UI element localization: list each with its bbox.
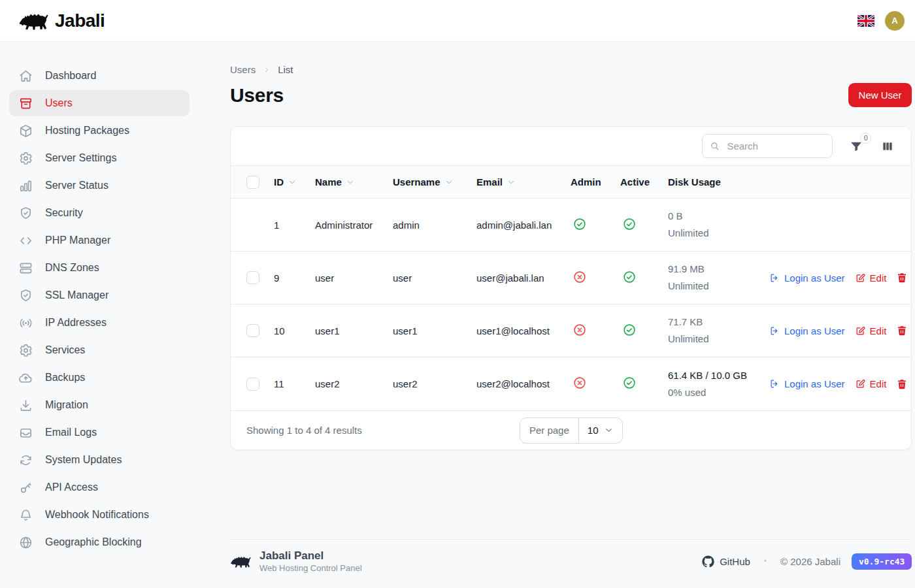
sidebar: Dashboard Users Hosting Packages Server … (0, 42, 199, 588)
login-as-user-button[interactable]: Login as User (769, 378, 845, 389)
boar-footer-icon (230, 553, 251, 570)
delete-button[interactable] (896, 325, 908, 336)
bell-icon (18, 508, 33, 523)
sidebar-item-php-manager[interactable]: PHP Manager (9, 227, 190, 253)
check-circle-icon (622, 217, 637, 231)
avatar[interactable]: A (885, 11, 905, 31)
server-stack-icon (18, 261, 33, 276)
sidebar-item-email-logs[interactable]: Email Logs (9, 419, 190, 446)
sidebar-item-system-updates[interactable]: System Updates (9, 447, 190, 473)
edit-button[interactable]: Edit (855, 272, 887, 284)
login-as-user-button[interactable]: Login as User (769, 272, 845, 284)
select-all-checkbox[interactable] (246, 176, 259, 189)
sidebar-item-dashboard[interactable]: Dashboard (9, 63, 190, 89)
trash-icon (896, 378, 908, 390)
chevron-down-icon (604, 425, 614, 435)
page-title: Users (230, 84, 284, 106)
sidebar-item-security[interactable]: Security (9, 200, 190, 226)
table-row: 10 user1 user1 user1@localhost 71.7 KB U… (231, 304, 911, 357)
breadcrumb-users-link[interactable]: Users (230, 64, 256, 75)
sidebar-item-hosting-packages[interactable]: Hosting Packages (9, 118, 190, 144)
sort-chevron-icon[interactable] (444, 178, 454, 187)
per-page-control: Per page 10 (520, 417, 623, 444)
table-row: 11 user2 user2 user2@localhost 61.4 KB /… (231, 357, 911, 410)
version-badge: v0.9-rc43 (852, 553, 912, 570)
sort-chevron-icon[interactable] (346, 178, 355, 187)
cell-name: user1 (315, 325, 393, 336)
column-header-email[interactable]: Email (476, 176, 571, 188)
chart-bars-icon (18, 178, 33, 193)
results-summary: Showing 1 to 4 of 4 results (231, 425, 520, 436)
sidebar-item-label: Backups (45, 372, 85, 384)
language-switcher[interactable] (857, 14, 876, 27)
filter-button[interactable]: 0 (848, 139, 864, 154)
breadcrumb: Users List (230, 64, 912, 75)
sidebar-item-geographic-blocking[interactable]: Geographic Blocking (9, 529, 190, 555)
x-circle-icon (573, 323, 587, 337)
sidebar-item-label: Webhook Notifications (45, 509, 149, 521)
cell-name: user2 (315, 378, 393, 389)
sidebar-item-dns-zones[interactable]: DNS Zones (9, 255, 190, 281)
login-as-user-button[interactable]: Login as User (769, 325, 845, 336)
cell-disk-usage: 61.4 KB / 10.0 GB 0% used (668, 367, 769, 401)
page-footer: Jabali Panel Web Hosting Control Panel G… (230, 539, 912, 588)
boar-logo-icon (18, 9, 48, 33)
inbox-icon (18, 425, 33, 440)
cell-disk-usage: 91.9 MB Unlimited (668, 261, 769, 295)
sidebar-item-webhook-notifications[interactable]: Webhook Notifications (9, 502, 190, 528)
cell-id: 11 (274, 378, 315, 389)
edit-button[interactable]: Edit (855, 325, 887, 336)
edit-button[interactable]: Edit (855, 378, 887, 389)
sidebar-item-users[interactable]: Users (9, 90, 190, 116)
sidebar-item-server-settings[interactable]: Server Settings (9, 145, 190, 171)
row-checkbox[interactable] (246, 378, 259, 391)
column-header-name[interactable]: Name (315, 176, 393, 188)
new-user-button[interactable]: New User (848, 83, 912, 107)
column-header-username[interactable]: Username (393, 176, 476, 188)
check-circle-icon (622, 270, 637, 284)
cell-disk-usage: 0 B Unlimited (668, 208, 769, 242)
sidebar-item-ip-addresses[interactable]: IP Addresses (9, 310, 190, 336)
table-row: 9 user user user@jabali.lan 91.9 MB Unli… (231, 252, 911, 304)
sort-chevron-icon[interactable] (507, 178, 516, 187)
table-footer: Showing 1 to 4 of 4 results Per page 10 (231, 410, 911, 449)
cell-id: 10 (274, 325, 315, 336)
search-input[interactable] (702, 134, 833, 158)
edit-pencil-icon (855, 325, 866, 336)
sidebar-item-label: Email Logs (45, 427, 97, 438)
row-checkbox[interactable] (246, 271, 259, 284)
sidebar-item-server-status[interactable]: Server Status (9, 172, 190, 199)
footer-subtitle: Web Hosting Control Panel (259, 563, 362, 574)
filter-count-badge: 0 (860, 133, 871, 144)
sidebar-item-label: Hosting Packages (45, 125, 129, 137)
breadcrumb-current: List (278, 64, 293, 75)
github-link[interactable]: GitHub (702, 555, 750, 568)
package-icon (18, 123, 33, 139)
sidebar-item-label: Migration (45, 399, 88, 411)
sidebar-item-label: API Access (45, 482, 98, 493)
delete-button[interactable] (896, 378, 908, 390)
per-page-select[interactable]: 10 (578, 418, 622, 443)
x-circle-icon (573, 376, 587, 390)
sidebar-item-migration[interactable]: Migration (9, 392, 190, 418)
column-header-id[interactable]: ID (274, 176, 315, 188)
github-icon (702, 555, 714, 568)
sort-chevron-icon[interactable] (288, 178, 297, 187)
top-header: Jabali A (0, 0, 915, 42)
sidebar-item-label: SSL Manager (45, 289, 108, 301)
columns-icon (881, 140, 894, 153)
cell-email: user1@localhost (476, 325, 571, 336)
columns-button[interactable] (880, 139, 895, 154)
x-circle-icon (573, 270, 587, 284)
sidebar-item-backups[interactable]: Backups (9, 365, 190, 391)
sidebar-item-services[interactable]: Services (9, 337, 190, 363)
sidebar-item-api-access[interactable]: API Access (9, 474, 190, 500)
cell-name: user (315, 272, 393, 284)
shield-check-icon (18, 288, 33, 303)
sidebar-item-ssl-manager[interactable]: SSL Manager (9, 282, 190, 308)
delete-button[interactable] (896, 272, 908, 284)
column-header-admin: Admin (571, 176, 620, 188)
row-checkbox[interactable] (246, 324, 259, 337)
key-icon (18, 480, 33, 495)
app-title: Jabali (55, 10, 105, 31)
